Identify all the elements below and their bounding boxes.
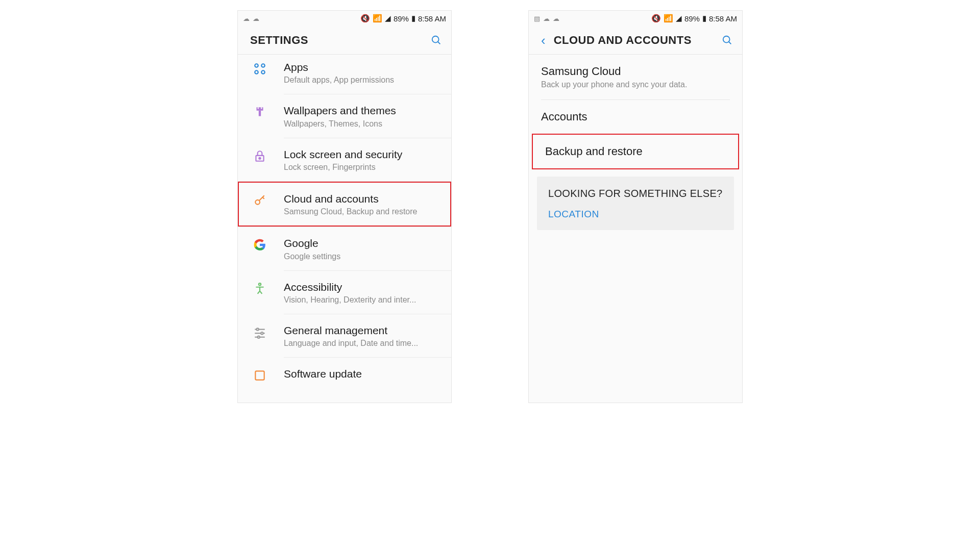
item-general-management[interactable]: General management Language and input, D…: [238, 314, 451, 357]
back-button[interactable]: ‹: [541, 34, 546, 47]
accessibility-icon: [249, 280, 284, 295]
image-icon: ▧: [534, 15, 540, 22]
item-sub: Wallpapers, Themes, Icons: [284, 119, 441, 129]
signal-icon: ◢: [676, 14, 682, 23]
status-bar: ☁ ☁ 🔇 📶 ◢ 89% ▮ 8:58 AM: [238, 11, 451, 26]
svg-rect-8: [258, 108, 259, 109]
item-title: Backup and restore: [545, 145, 726, 158]
status-left: ▧ ☁ ☁: [534, 15, 559, 22]
svg-point-0: [432, 36, 439, 42]
paintbrush-icon: [249, 104, 284, 119]
svg-line-22: [729, 41, 731, 44]
item-google[interactable]: Google Google settings: [238, 227, 451, 270]
battery-pct: 89%: [394, 14, 409, 23]
item-accessibility[interactable]: Accessibility Vision, Hearing, Dexterity…: [238, 271, 451, 314]
item-title: Lock screen and security: [284, 147, 441, 162]
svg-point-4: [255, 70, 258, 74]
svg-point-15: [257, 328, 259, 330]
svg-point-2: [255, 64, 258, 67]
apps-icon: [249, 60, 284, 76]
status-left: ☁ ☁: [243, 15, 259, 22]
status-time: 8:58 AM: [709, 14, 737, 23]
item-title: Accessibility: [284, 280, 441, 294]
footer-link-location[interactable]: LOCATION: [548, 209, 723, 220]
cloud-sync-icon: ☁: [543, 15, 550, 22]
item-sub: Language and input, Date and time...: [284, 339, 441, 348]
header: ‹ CLOUD AND ACCOUNTS: [529, 26, 742, 55]
page-title: SETTINGS: [250, 34, 431, 47]
item-wallpapers[interactable]: Wallpapers and themes Wallpapers, Themes…: [238, 94, 451, 137]
item-sub: Samsung Cloud, Backup and restore: [284, 207, 440, 216]
item-sub: Back up your phone and sync your data.: [541, 80, 730, 89]
item-title: Samsung Cloud: [541, 65, 730, 78]
key-icon: [249, 192, 284, 207]
footer-heading: LOOKING FOR SOMETHING ELSE?: [548, 187, 723, 201]
status-bar: ▧ ☁ ☁ 🔇 📶 ◢ 89% ▮ 8:58 AM: [529, 11, 742, 26]
svg-point-5: [261, 70, 265, 74]
sliders-icon: [249, 323, 284, 339]
status-time: 8:58 AM: [418, 14, 446, 23]
lock-icon: [249, 147, 284, 163]
item-sub: Lock screen, Fingerprints: [284, 163, 441, 172]
wifi-icon: 📶: [664, 14, 673, 23]
battery-icon: ▮: [702, 14, 706, 23]
svg-point-19: [258, 336, 260, 338]
update-icon: [249, 367, 284, 382]
svg-point-12: [255, 200, 260, 205]
item-cloud-accounts[interactable]: Cloud and accounts Samsung Cloud, Backup…: [238, 182, 451, 227]
item-sub: Vision, Hearing, Dexterity and inter...: [284, 295, 441, 305]
cloud-sync-icon: ☁: [553, 15, 559, 22]
status-right: 🔇 📶 ◢ 89% ▮ 8:58 AM: [651, 14, 737, 23]
battery-pct: 89%: [684, 14, 700, 23]
svg-point-17: [261, 332, 263, 334]
signal-icon: ◢: [385, 14, 391, 23]
search-icon[interactable]: [722, 35, 733, 46]
footer-card: LOOKING FOR SOMETHING ELSE? LOCATION: [537, 177, 734, 230]
phone-screen-settings: ☁ ☁ 🔇 📶 ◢ 89% ▮ 8:58 AM SETTINGS: [237, 10, 452, 403]
header: SETTINGS: [238, 26, 451, 55]
item-apps[interactable]: Apps Default apps, App permissions: [238, 55, 451, 94]
svg-line-1: [438, 41, 440, 44]
settings-list: Apps Default apps, App permissions Wallp…: [238, 55, 451, 382]
status-right: 🔇 📶 ◢ 89% ▮ 8:58 AM: [360, 14, 446, 23]
item-title: Cloud and accounts: [284, 192, 440, 206]
svg-rect-7: [259, 111, 261, 116]
item-lock-security[interactable]: Lock screen and security Lock screen, Fi…: [238, 138, 451, 181]
google-icon: [249, 236, 284, 252]
svg-rect-9: [261, 108, 262, 109]
svg-point-3: [261, 64, 265, 67]
cloud-sync-icon: ☁: [243, 15, 250, 22]
item-sub: Google settings: [284, 252, 441, 261]
item-software-update[interactable]: Software update: [238, 358, 451, 382]
cloud-accounts-list: Samsung Cloud Back up your phone and syn…: [529, 55, 742, 237]
svg-point-11: [259, 157, 260, 159]
item-title: Software update: [284, 367, 441, 381]
mute-icon: 🔇: [360, 14, 370, 23]
item-backup-restore[interactable]: Backup and restore: [532, 134, 739, 169]
item-title: General management: [284, 323, 441, 338]
item-accounts[interactable]: Accounts: [529, 100, 742, 134]
battery-icon: ▮: [411, 14, 415, 23]
item-title: Wallpapers and themes: [284, 104, 441, 118]
svg-point-21: [723, 36, 730, 42]
svg-rect-20: [255, 371, 264, 380]
page-title: CLOUD AND ACCOUNTS: [554, 34, 722, 47]
item-title: Google: [284, 236, 441, 251]
cloud-sync-icon: ☁: [253, 15, 259, 22]
item-title: Accounts: [541, 110, 730, 123]
svg-rect-6: [257, 108, 263, 111]
phone-screen-cloud-accounts: ▧ ☁ ☁ 🔇 📶 ◢ 89% ▮ 8:58 AM ‹ CLOUD AND AC…: [528, 10, 743, 403]
search-icon[interactable]: [431, 35, 442, 46]
item-title: Apps: [284, 60, 441, 74]
svg-point-13: [259, 283, 261, 285]
mute-icon: 🔇: [651, 14, 661, 23]
wifi-icon: 📶: [373, 14, 382, 23]
item-sub: Default apps, App permissions: [284, 76, 441, 85]
item-samsung-cloud[interactable]: Samsung Cloud Back up your phone and syn…: [529, 55, 742, 99]
